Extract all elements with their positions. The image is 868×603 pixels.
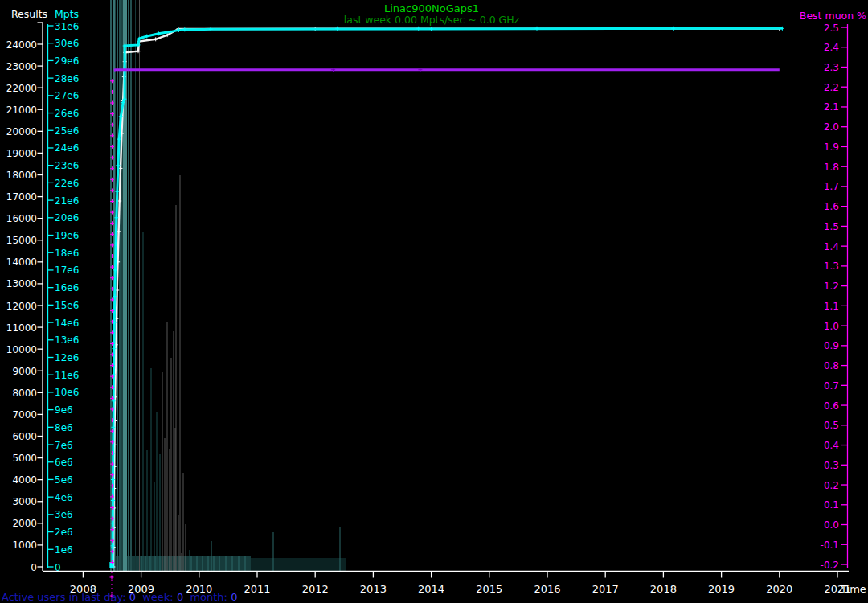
active-users-text-part[interactable]: week:: [136, 591, 177, 603]
series-start-marker: [109, 562, 113, 568]
axis-tick-label: 18e6: [55, 248, 79, 259]
series-line: [114, 70, 780, 71]
axis-tick-label: 8000: [12, 388, 37, 399]
active-users-text-part[interactable]: 0: [231, 591, 237, 603]
axis-tick-label: 0.2: [824, 480, 839, 491]
axis-tick-label: 25e6: [55, 125, 79, 137]
axis-tick-label: 3000: [12, 496, 37, 507]
axis-tick-label: 13000: [6, 278, 37, 289]
activity-stripe: [119, 0, 121, 571]
activity-band: [251, 558, 346, 571]
axis-tick-label: 2.4: [824, 42, 839, 53]
activity-stripe: [130, 0, 132, 571]
active-users-text-part[interactable]: 0: [177, 591, 183, 603]
axis-tick-label: 4e6: [55, 492, 73, 503]
axis-tick-label: 1.4: [824, 241, 839, 252]
axis-tick-label: 16000: [6, 213, 37, 224]
active-users-text-part[interactable]: month:: [183, 591, 231, 603]
axis-tick-label: 1.1: [824, 301, 839, 312]
activity-stripe: [133, 0, 133, 571]
axis-tick-label: 12000: [6, 301, 37, 312]
year-label: 2014: [418, 583, 444, 595]
axis-tick-label: 26e6: [55, 108, 79, 119]
activity-stripe: [135, 0, 136, 571]
axis-tick-label: 2.2: [824, 82, 839, 93]
axis-tick-label: 0.4: [824, 440, 839, 451]
axis-tick-label: 2.1: [824, 101, 839, 113]
axis-tick-label: 1.2: [824, 281, 839, 292]
mpts-axis-label: Mpts: [55, 8, 79, 20]
chart-subtitle: last week 0.00 Mpts/sec ~ 0.0 GHz: [344, 14, 520, 26]
axis-tick-label: 30e6: [55, 38, 79, 49]
time-axis-label: Time: [840, 583, 866, 595]
axis-tick-label: 6000: [12, 431, 37, 442]
axis-tick-label: 2.3: [824, 62, 839, 73]
axis-tick-label: 15000: [6, 235, 37, 246]
chart-title: Linac900NoGaps1: [384, 2, 479, 14]
year-label: 2019: [708, 583, 735, 595]
axis-tick-label: 6e6: [55, 457, 73, 468]
axis-tick-label: 17000: [6, 191, 37, 203]
axis-tick-label: 0.6: [824, 400, 839, 412]
axis-tick-label: 23e6: [55, 160, 79, 171]
axis-tick-label: 9000: [12, 366, 37, 377]
axis-tick-label: 0: [31, 562, 37, 573]
year-label: 2011: [244, 583, 270, 595]
axis-tick-label: 17e6: [55, 265, 79, 276]
axis-tick-label: 0.1: [824, 499, 839, 511]
axis-tick-label: 0.8: [824, 360, 839, 371]
axis-tick-label: 14000: [6, 256, 37, 268]
muon-axis-label: Best muon %: [800, 10, 866, 22]
axis-tick-label: 7e6: [55, 440, 73, 451]
axis-tick-label: 24000: [6, 39, 37, 51]
axis-tick-label: 2.0: [824, 121, 839, 133]
axis-tick-label: 1.8: [824, 162, 839, 173]
year-label: 2020: [766, 583, 792, 595]
axis-tick-label: 23000: [6, 61, 37, 72]
axis-tick-label: 0.5: [824, 420, 839, 431]
active-users-text-part[interactable]: 0: [129, 591, 136, 603]
axis-tick-label: 9e6: [55, 404, 73, 416]
axis-tick-label: 2.5: [824, 23, 839, 34]
axis-tick-label: 2000: [12, 518, 37, 529]
axis-tick-label: 15e6: [55, 300, 79, 311]
axis-tick-label: 12e6: [55, 352, 79, 363]
year-label: 2017: [592, 583, 619, 595]
year-label: 2018: [650, 583, 677, 595]
year-label: 2013: [360, 583, 387, 595]
axis-tick-label: 0.9: [824, 340, 839, 351]
active-users-link[interactable]: Active users in last day: 0 week: 0 mont…: [2, 591, 237, 603]
axis-tick-label: 16e6: [55, 282, 79, 293]
axis-tick-label: 2e6: [55, 527, 73, 538]
axis-tick-label: 11e6: [55, 370, 79, 381]
axis-tick-label: 27e6: [55, 90, 79, 101]
axis-tick-label: 1.3: [824, 260, 839, 272]
axis-tick-label: 8e6: [55, 422, 73, 433]
axis-tick-label: 19000: [6, 148, 37, 159]
axis-tick-label: 7000: [12, 409, 37, 420]
axis-tick-label: 3e6: [55, 509, 73, 520]
year-label: 2015: [476, 583, 502, 595]
axis-tick-label: -0.1: [821, 539, 839, 551]
axis-tick-label: 0.0: [824, 519, 839, 531]
axis-tick-label: 19e6: [55, 230, 79, 241]
year-label: 2012: [302, 583, 329, 595]
axis-tick-label: 14e6: [55, 318, 79, 329]
axis-tick-label: 5e6: [55, 474, 73, 486]
axis-tick-label: 24e6: [55, 142, 79, 154]
axis-tick-label: 21000: [6, 105, 37, 116]
activity-stripe: [110, 0, 112, 571]
axis-tick-label: 1.0: [824, 321, 839, 332]
axis-tick-label: -0.2: [821, 560, 839, 571]
axis-tick-label: 5000: [12, 453, 37, 464]
active-users-text-part[interactable]: Active users in last day:: [2, 591, 129, 603]
axis-tick-label: 20e6: [55, 212, 79, 224]
axis-tick-label: 1.6: [824, 201, 839, 212]
axis-tick-label: 10000: [6, 344, 37, 355]
axis-tick-label: 21e6: [55, 195, 79, 207]
axis-tick-label: 18000: [6, 170, 37, 181]
axis-tick-label: 0.7: [824, 380, 839, 392]
axis-tick-label: 1000: [12, 539, 37, 551]
axis-tick-label: 4000: [12, 474, 37, 486]
activity-stripe: [139, 0, 140, 571]
